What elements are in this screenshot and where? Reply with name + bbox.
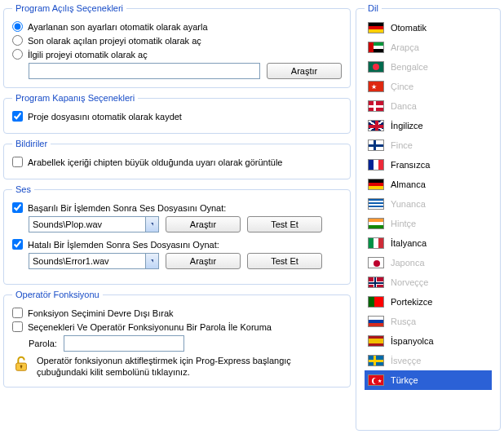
- language-item[interactable]: ★Türkçe: [365, 370, 492, 390]
- language-item[interactable]: Rusça: [365, 312, 492, 331]
- error-sound-combo[interactable]: [29, 253, 159, 269]
- language-item[interactable]: Portekizce: [365, 292, 492, 312]
- language-item-label: Danca: [391, 101, 417, 111]
- notices-legend: Bildiriler: [12, 139, 51, 148]
- success-sound-dropdown-button[interactable]: [145, 217, 158, 232]
- sound-legend: Ses: [12, 184, 34, 194]
- error-sound-label: Hatalı Bir İşlemden Sonra Ses Dosyasını …: [28, 240, 219, 250]
- shutdown-options-group: Program Kapanış Seçenekleri Proje dosyas…: [3, 93, 351, 134]
- flag-icon: [368, 335, 384, 347]
- language-item-label: Yunanca: [391, 199, 426, 209]
- success-sound-label: Başarılı Bir İşlemden Sonra Ses Dosyasın…: [28, 203, 226, 213]
- language-item-label: Arapça: [391, 42, 419, 52]
- language-item-label: Japonca: [391, 258, 425, 268]
- error-sound-file-input[interactable]: [29, 253, 159, 269]
- language-item[interactable]: Fransızca: [365, 155, 492, 175]
- startup-options-group: Program Açılış Seçenekleri Ayarlanan son…: [3, 3, 351, 88]
- language-item-label: Almanca: [391, 179, 426, 189]
- language-item[interactable]: Arapça: [365, 38, 492, 57]
- unlock-icon: [12, 355, 30, 373]
- chevron-down-icon: [151, 259, 153, 264]
- language-item[interactable]: Almanca: [365, 175, 492, 194]
- save-project-label: Proje dosyasını otomatik olarak kaydet: [28, 112, 182, 122]
- error-sound-checkbox[interactable]: [12, 239, 23, 250]
- language-item-label: Çince: [391, 82, 413, 91]
- language-item-label: Bengalce: [391, 62, 428, 72]
- success-sound-test-button[interactable]: Test Et: [247, 216, 322, 232]
- flag-icon: [368, 61, 384, 73]
- language-group: Dil OtomatikArapçaBengalce★ÇinceDancaİng…: [356, 3, 501, 431]
- flag-icon: [368, 316, 384, 327]
- shutdown-options-legend: Program Kapanış Seçenekleri: [12, 93, 138, 103]
- language-item[interactable]: Danca: [365, 96, 492, 116]
- language-item-label: Norveççe: [391, 277, 428, 287]
- language-item[interactable]: ★Çince: [365, 77, 492, 96]
- flag-icon: [368, 218, 384, 229]
- flag-icon: [368, 296, 384, 308]
- startup-browse-button[interactable]: Araştır: [267, 63, 342, 79]
- success-sound-checkbox[interactable]: [12, 202, 23, 213]
- error-sound-test-button[interactable]: Test Et: [247, 253, 322, 269]
- startup-radio-last-settings[interactable]: [12, 21, 23, 32]
- flag-icon: ★: [368, 374, 384, 386]
- buffer-warn-checkbox[interactable]: [12, 157, 23, 167]
- password-label: Parola:: [29, 339, 57, 348]
- startup-radio-last-settings-label: Ayarlanan son ayarları otomatik olarak a…: [28, 22, 208, 32]
- flag-icon: ★: [368, 81, 384, 92]
- startup-project-path-input[interactable]: [29, 63, 260, 79]
- language-item-label: Fince: [391, 140, 413, 150]
- language-item[interactable]: Otomatik: [365, 18, 492, 38]
- language-item[interactable]: Norveççe: [365, 272, 492, 292]
- flag-icon: [368, 42, 384, 53]
- language-item[interactable]: Bengalce: [365, 57, 492, 77]
- language-item[interactable]: İtalyanca: [365, 233, 492, 253]
- flag-icon: [368, 237, 384, 249]
- flag-icon: [368, 355, 384, 366]
- language-item-label: Türkçe: [391, 375, 418, 385]
- startup-radio-related-project[interactable]: [12, 49, 23, 60]
- notices-group: Bildiriler Arabellek içeriği chipten büy…: [3, 139, 351, 179]
- startup-radio-related-project-label: İlgili projeyi otomatik olarak aç: [28, 50, 148, 60]
- operator-hint-text: Operatör fonksiyonun aktifleştirmek için…: [37, 355, 342, 379]
- language-item[interactable]: Yunanca: [365, 194, 492, 214]
- flag-icon: [368, 277, 384, 288]
- flag-icon: [368, 198, 384, 210]
- language-item-label: İngilizce: [391, 121, 423, 131]
- language-item[interactable]: İsveççe: [365, 351, 492, 370]
- language-item-label: Rusça: [391, 317, 416, 326]
- success-sound-file-input[interactable]: [29, 216, 159, 232]
- flag-icon: [368, 140, 384, 151]
- flag-icon: [368, 179, 384, 190]
- success-sound-combo[interactable]: [29, 216, 159, 232]
- language-item[interactable]: İngilizce: [365, 116, 492, 135]
- language-item-label: İtalyanca: [391, 238, 427, 248]
- flag-icon: [368, 120, 384, 131]
- language-item-label: Portekizce: [391, 297, 432, 307]
- success-sound-browse-button[interactable]: Araştır: [166, 216, 241, 232]
- password-protect-label: Seçenekleri Ve Operatör Fonksiyonunu Bir…: [28, 322, 272, 332]
- startup-radio-last-project[interactable]: [12, 35, 23, 46]
- operator-group: Operatör Fonksiyonu Fonksiyon Seçimini D…: [3, 290, 351, 388]
- startup-radio-last-project-label: Son olarak açılan projeyi otomatik olara…: [28, 36, 201, 46]
- language-list: OtomatikArapçaBengalce★ÇinceDancaİngiliz…: [365, 18, 492, 390]
- buffer-warn-label: Arabellek içeriği chipten büyük olduğund…: [28, 157, 282, 167]
- flag-icon: [368, 22, 384, 33]
- chevron-down-icon: [151, 223, 153, 227]
- language-item[interactable]: İspanyolca: [365, 331, 492, 351]
- error-sound-dropdown-button[interactable]: [145, 254, 158, 268]
- language-item[interactable]: Hintçe: [365, 214, 492, 233]
- disable-function-select-checkbox[interactable]: [12, 308, 23, 318]
- language-item[interactable]: Fince: [365, 135, 492, 155]
- language-item[interactable]: Japonca: [365, 253, 492, 272]
- password-input[interactable]: [64, 335, 184, 352]
- sound-group: Ses Başarılı Bir İşlemden Sonra Ses Dosy…: [3, 184, 351, 285]
- password-protect-checkbox[interactable]: [12, 321, 23, 332]
- language-item-label: Otomatik: [391, 23, 427, 33]
- flag-icon: [368, 257, 384, 268]
- language-item-label: Hintçe: [391, 219, 416, 228]
- save-project-checkbox[interactable]: [12, 111, 23, 122]
- language-item-label: Fransızca: [391, 160, 430, 170]
- error-sound-browse-button[interactable]: Araştır: [166, 253, 241, 269]
- disable-function-select-label: Fonksiyon Seçimini Devre Dışı Bırak: [28, 308, 174, 318]
- operator-legend: Operatör Fonksiyonu: [12, 290, 103, 299]
